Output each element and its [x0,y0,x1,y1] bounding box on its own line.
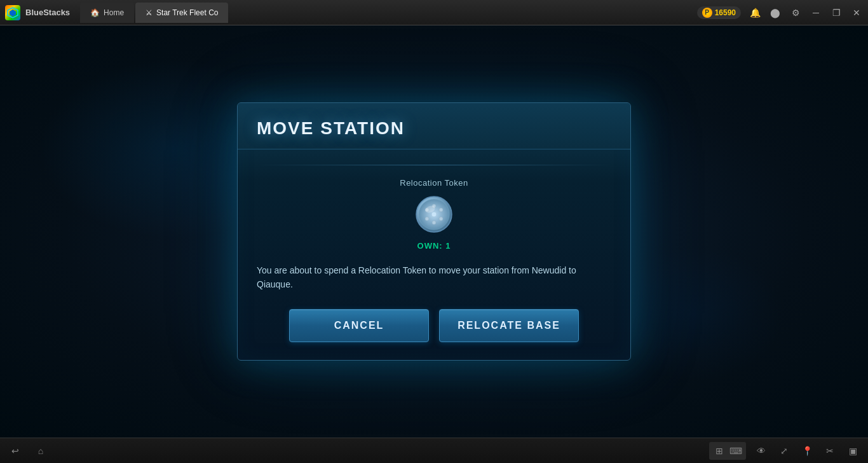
token-own: OWN: 1 [417,241,451,251]
home-icon: 🏠 [90,8,100,17]
divider [257,165,611,165]
title-bar: BlueStacks 🏠 Home ⚔ Star Trek Fleet Co P… [0,0,868,25]
main-content: MOVE STATION Relocation Token [0,25,868,438]
notification-icon[interactable]: 🔔 [749,6,761,19]
move-station-dialog: MOVE STATION Relocation Token [237,102,631,361]
bluestacks-logo [5,5,20,20]
keyboard-icon-group: ⊞ ⌨ [709,442,746,460]
home-taskbar-icon[interactable]: ⌂ [33,443,48,459]
title-bar-controls: P 16590 🔔 ⬤ ⚙ ─ ❐ ✕ [697,6,863,19]
resize-icon[interactable]: ⤢ [776,443,792,459]
location-icon[interactable]: 📍 [799,443,815,459]
token-section: Relocation Token [257,178,611,251]
keyboard-icon[interactable]: ⌨ [728,443,743,459]
tab-home[interactable]: 🏠 Home [80,3,134,23]
dialog-body: Relocation Token [238,149,630,361]
svg-point-8 [439,217,443,221]
taskbar-left: ↩ ⌂ [8,443,48,459]
settings-icon[interactable]: ⚙ [789,6,802,19]
tab-group: 🏠 Home ⚔ Star Trek Fleet Co [80,3,692,23]
eye-icon[interactable]: 👁 [754,443,769,459]
currency-icon: P [702,8,712,18]
taskbar: ↩ ⌂ ⊞ ⌨ 👁 ⤢ 📍 ✂ ▣ [0,438,868,463]
svg-point-10 [425,217,429,221]
svg-point-7 [439,208,443,212]
restore-icon[interactable]: ❐ [830,6,843,19]
cut-icon[interactable]: ✂ [822,443,837,459]
dialog-header: MOVE STATION [238,103,630,149]
svg-point-5 [431,212,437,217]
token-label: Relocation Token [400,178,468,188]
currency-value: 16590 [715,8,736,17]
taskbar-right: ⊞ ⌨ 👁 ⤢ 📍 ✂ ▣ [709,442,860,460]
tab-star-trek[interactable]: ⚔ Star Trek Fleet Co [135,3,228,23]
close-icon[interactable]: ✕ [850,6,863,19]
grid-icon[interactable]: ⊞ [712,443,727,459]
minimize-icon[interactable]: ─ [810,6,822,19]
back-icon[interactable]: ↩ [8,443,23,459]
dialog-title: MOVE STATION [257,118,611,139]
layers-icon[interactable]: ▣ [845,443,860,459]
cancel-button[interactable]: CANCEL [289,309,429,342]
camera-icon[interactable]: ⬤ [769,6,782,19]
dialog-description: You are about to spend a Relocation Toke… [257,263,611,292]
currency-badge: P 16590 [697,6,741,19]
relocate-button[interactable]: RELOCATE BASE [439,309,579,342]
relocation-token-icon [414,195,454,236]
dialog-buttons: CANCEL RELOCATE BASE [257,309,611,345]
bluestacks-brand: BlueStacks [25,8,70,17]
svg-point-9 [432,221,436,225]
svg-marker-1 [10,10,16,17]
star-trek-icon: ⚔ [146,8,153,17]
